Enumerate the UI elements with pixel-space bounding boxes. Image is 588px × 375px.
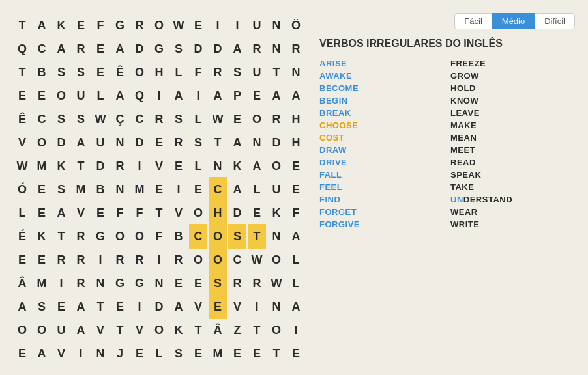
cell-0-6[interactable]: R: [130, 13, 149, 38]
cell-2-8[interactable]: L: [169, 60, 188, 85]
cell-1-3[interactable]: R: [72, 36, 90, 61]
cell-6-11[interactable]: K: [228, 154, 246, 178]
cell-13-12[interactable]: T: [248, 318, 266, 342]
cell-9-9[interactable]: C: [189, 224, 207, 249]
cell-1-14[interactable]: R: [287, 36, 305, 61]
cell-13-2[interactable]: U: [52, 318, 70, 342]
cell-14-5[interactable]: J: [111, 341, 129, 366]
cell-8-3[interactable]: V: [72, 201, 90, 225]
cell-9-7[interactable]: F: [150, 224, 168, 249]
cell-7-13[interactable]: U: [267, 177, 286, 202]
cell-7-3[interactable]: M: [72, 177, 90, 202]
cell-6-5[interactable]: R: [111, 154, 129, 178]
cell-13-5[interactable]: T: [111, 318, 129, 342]
cell-9-1[interactable]: K: [33, 224, 51, 249]
cell-10-12[interactable]: W: [248, 247, 266, 272]
cell-5-10[interactable]: T: [209, 130, 227, 155]
cell-11-11[interactable]: R: [228, 271, 246, 296]
cell-7-2[interactable]: S: [52, 177, 70, 202]
cell-5-3[interactable]: A: [72, 130, 90, 155]
word-wear[interactable]: WEAR: [450, 207, 575, 217]
cell-9-2[interactable]: T: [52, 224, 70, 249]
cell-0-7[interactable]: O: [150, 13, 168, 38]
cell-3-2[interactable]: O: [52, 83, 70, 108]
cell-13-3[interactable]: A: [72, 318, 90, 342]
cell-4-14[interactable]: H: [287, 107, 305, 132]
cell-7-0[interactable]: Ó: [13, 177, 31, 202]
cell-10-9[interactable]: O: [189, 247, 207, 272]
cell-9-3[interactable]: R: [72, 224, 90, 249]
cell-12-8[interactable]: A: [169, 294, 188, 319]
cell-12-3[interactable]: A: [72, 294, 90, 319]
cell-1-5[interactable]: A: [111, 36, 129, 61]
cell-5-9[interactable]: S: [189, 130, 207, 155]
word-find[interactable]: FIND: [319, 195, 444, 204]
cell-4-12[interactable]: O: [248, 107, 266, 132]
cell-14-1[interactable]: A: [33, 341, 51, 366]
cell-6-8[interactable]: E: [169, 154, 188, 178]
cell-0-10[interactable]: I: [209, 13, 227, 38]
cell-0-13[interactable]: N: [267, 13, 286, 38]
cell-6-14[interactable]: E: [287, 154, 305, 178]
cell-14-3[interactable]: I: [72, 341, 90, 366]
cell-2-14[interactable]: N: [287, 60, 305, 85]
cell-3-12[interactable]: E: [248, 83, 266, 108]
cell-6-13[interactable]: O: [267, 154, 286, 178]
cell-4-7[interactable]: R: [150, 107, 168, 132]
cell-3-4[interactable]: L: [91, 83, 110, 108]
cell-12-13[interactable]: N: [267, 294, 286, 319]
cell-14-13[interactable]: T: [267, 341, 286, 366]
word-awake[interactable]: AWAKE: [319, 71, 444, 81]
cell-12-7[interactable]: D: [150, 294, 168, 319]
cell-5-12[interactable]: N: [248, 130, 266, 155]
cell-2-3[interactable]: S: [72, 60, 90, 85]
cell-11-0[interactable]: Â: [13, 271, 31, 296]
grid-table[interactable]: TAKEFGROWEIIUNÖQCAREADGSDDARNRTBSSEÊOHLF…: [13, 13, 306, 365]
cell-11-9[interactable]: E: [189, 271, 207, 296]
easy-button[interactable]: Fácil: [454, 13, 492, 29]
cell-10-10[interactable]: O: [209, 247, 227, 272]
cell-5-5[interactable]: N: [111, 130, 129, 155]
cell-0-4[interactable]: F: [91, 13, 110, 38]
word-freeze[interactable]: FREEZE: [450, 59, 575, 68]
cell-4-9[interactable]: L: [189, 107, 207, 132]
cell-11-6[interactable]: G: [130, 271, 149, 296]
cell-10-5[interactable]: R: [111, 247, 129, 272]
cell-12-14[interactable]: A: [287, 294, 305, 319]
cell-11-14[interactable]: L: [287, 271, 305, 296]
cell-1-6[interactable]: D: [130, 36, 149, 61]
cell-5-0[interactable]: V: [13, 130, 31, 155]
cell-14-12[interactable]: E: [248, 341, 266, 366]
cell-5-8[interactable]: R: [169, 130, 188, 155]
cell-2-1[interactable]: B: [33, 60, 51, 85]
word-speak[interactable]: SPEAK: [450, 170, 575, 180]
cell-13-7[interactable]: O: [150, 318, 168, 342]
cell-11-4[interactable]: N: [91, 271, 110, 296]
cell-4-11[interactable]: E: [228, 107, 246, 132]
cell-3-5[interactable]: A: [111, 83, 129, 108]
cell-2-0[interactable]: T: [13, 60, 31, 85]
cell-3-14[interactable]: A: [287, 83, 305, 108]
cell-0-3[interactable]: E: [72, 13, 90, 38]
cell-7-10[interactable]: C: [209, 177, 227, 202]
cell-7-5[interactable]: N: [111, 177, 129, 202]
cell-13-9[interactable]: T: [189, 318, 207, 342]
cell-4-13[interactable]: R: [267, 107, 286, 132]
cell-1-9[interactable]: D: [189, 36, 207, 61]
cell-4-2[interactable]: S: [52, 107, 70, 132]
cell-2-4[interactable]: E: [91, 60, 110, 85]
cell-2-5[interactable]: Ê: [111, 60, 129, 85]
cell-6-6[interactable]: I: [130, 154, 149, 178]
cell-3-8[interactable]: A: [169, 83, 188, 108]
cell-12-6[interactable]: I: [130, 294, 149, 319]
cell-13-10[interactable]: Â: [209, 318, 227, 342]
cell-12-12[interactable]: I: [248, 294, 266, 319]
cell-9-11[interactable]: S: [228, 224, 246, 249]
word-become[interactable]: BECOME: [319, 83, 444, 93]
cell-8-2[interactable]: A: [52, 201, 70, 225]
cell-6-7[interactable]: V: [150, 154, 168, 178]
cell-9-8[interactable]: B: [169, 224, 188, 249]
medium-button[interactable]: Médio: [492, 13, 535, 29]
cell-12-9[interactable]: V: [189, 294, 207, 319]
word-make[interactable]: MAKE: [450, 120, 575, 130]
